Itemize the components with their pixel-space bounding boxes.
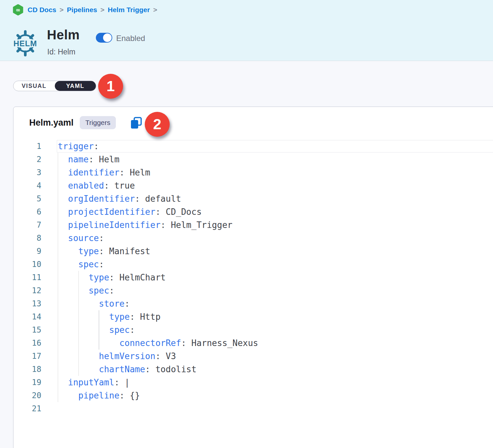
code-line[interactable]: 9 type: Manifest [13,245,493,258]
indent-guide [58,245,58,258]
tab-visual[interactable]: VISUAL [13,81,55,91]
yaml-key: type [58,246,99,256]
annotation-step-1: 1 [98,74,123,99]
code-line[interactable]: 10 spec: [13,258,493,271]
yaml-colon: : [181,338,186,348]
yaml-key: orgIdentifier [58,194,135,204]
code-content[interactable]: type: Http [58,310,493,323]
code-content[interactable]: chartName: todolist [58,363,493,376]
indent-guide [78,336,79,350]
breadcrumb-separator: > [153,6,157,14]
code-content[interactable]: name: Helm [58,153,493,166]
code-line[interactable]: 17 helmVersion: V3 [13,350,493,363]
code-content[interactable]: type: HelmChart [58,271,493,284]
enabled-label: Enabled [116,34,145,43]
code-line[interactable]: 19 inputYaml: | [13,376,493,389]
code-line[interactable]: 12 spec: [13,284,493,297]
code-content[interactable]: inputYaml: | [58,376,493,389]
code-line[interactable]: 14 type: Http [13,310,493,323]
code-line[interactable]: 5 orgIdentifier: default [13,192,493,205]
code-content[interactable]: store: [58,297,493,310]
code-content[interactable]: identifier: Helm [58,166,493,179]
code-content[interactable]: pipelineIdentifier: Helm_Trigger [58,218,493,232]
code-line[interactable]: 13 store: [13,297,493,310]
code-line[interactable]: 16 connectorRef: Harness_Nexus [13,336,493,350]
yaml-value: Helm_Trigger [166,220,233,230]
code-line[interactable]: 1trigger: [13,140,493,153]
yaml-key: spec [58,259,99,269]
yaml-key: type [58,273,109,282]
yaml-colon: : [109,286,115,295]
line-number: 21 [13,402,41,415]
yaml-colon: : [104,181,109,191]
code-line[interactable]: 15 spec: [13,323,493,336]
yaml-colon: : [130,312,135,322]
yaml-panel-header: Helm.yaml Triggers [13,107,493,140]
breadcrumb-link-helm-trigger[interactable]: Helm Trigger [108,6,150,14]
code-content[interactable]: enabled: true [58,179,493,192]
code-content[interactable]: spec: [58,284,493,297]
breadcrumb: ∞ CD Docs > Pipelines > Helm Trigger > [12,4,161,16]
code-content[interactable]: helmVersion: V3 [58,350,493,363]
code-line[interactable]: 20 pipeline: {} [13,389,493,402]
code-line[interactable]: 11 type: HelmChart [13,271,493,284]
yaml-value: true [109,181,135,191]
visual-yaml-switch: VISUAL YAML [13,81,96,91]
code-content[interactable]: orgIdentifier: default [58,192,493,205]
copy-icon[interactable] [130,117,142,129]
yaml-key: inputYaml [58,377,114,387]
indent-guide [78,297,79,310]
yaml-value: | [119,377,130,387]
yaml-value: todolist [150,364,197,374]
yaml-key: source [58,233,99,243]
cd-pipeline-icon: ∞ [12,4,24,15]
indent-guide [58,166,58,179]
code-line[interactable]: 4 enabled: true [13,179,493,192]
trigger-id: Id: Helm [47,48,75,56]
yaml-key: spec [58,325,130,335]
enabled-toggle[interactable] [96,33,112,43]
code-line[interactable]: 18 chartName: todolist [13,363,493,376]
code-content[interactable]: pipeline: {} [58,389,493,402]
yaml-editor[interactable]: 1trigger:2 name: Helm3 identifier: Helm4… [13,140,493,448]
line-number: 19 [13,376,41,389]
code-line[interactable]: 21 [13,402,493,415]
yaml-colon: : [155,207,161,217]
indent-guide [58,297,58,310]
code-line[interactable]: 8 source: [13,232,493,245]
page: ∞ CD Docs > Pipelines > Helm Trigger > H [0,0,493,448]
indent-guide [58,232,58,245]
yaml-colon: : [125,299,130,309]
yaml-key: projectIdentifier [58,207,155,217]
tab-yaml[interactable]: YAML [55,81,96,91]
yaml-value: Helm [94,154,119,164]
yaml-value: Harness_Nexus [186,338,258,348]
line-number: 5 [13,192,41,205]
code-content[interactable] [58,402,493,415]
yaml-value: Helm [125,168,150,177]
indent-guide [78,350,79,363]
code-line[interactable]: 3 identifier: Helm [13,166,493,179]
indent-guide [58,376,58,389]
code-content[interactable]: type: Manifest [58,245,493,258]
code-line[interactable]: 6 projectIdentifier: CD_Docs [13,205,493,218]
breadcrumb-link-pipelines[interactable]: Pipelines [67,6,97,14]
toggle-knob [103,33,112,42]
breadcrumb-link-cd-docs[interactable]: CD Docs [28,6,56,14]
yaml-colon: : [99,246,104,256]
yaml-value: {} [125,391,140,400]
yaml-key: name [58,154,89,164]
breadcrumb-separator: > [60,6,64,14]
code-content[interactable]: spec: [58,258,493,271]
code-content[interactable]: spec: [58,323,493,336]
indent-guide [99,310,99,323]
line-number: 7 [13,218,41,232]
code-content[interactable]: connectorRef: Harness_Nexus [58,336,493,350]
code-content[interactable]: source: [58,232,493,245]
code-line[interactable]: 7 pipelineIdentifier: Helm_Trigger [13,218,493,232]
yaml-colon: : [145,364,150,374]
line-number: 13 [13,297,41,310]
yaml-value: default [140,194,181,204]
code-content[interactable]: projectIdentifier: CD_Docs [58,205,493,218]
code-line[interactable]: 2 name: Helm [13,153,493,166]
